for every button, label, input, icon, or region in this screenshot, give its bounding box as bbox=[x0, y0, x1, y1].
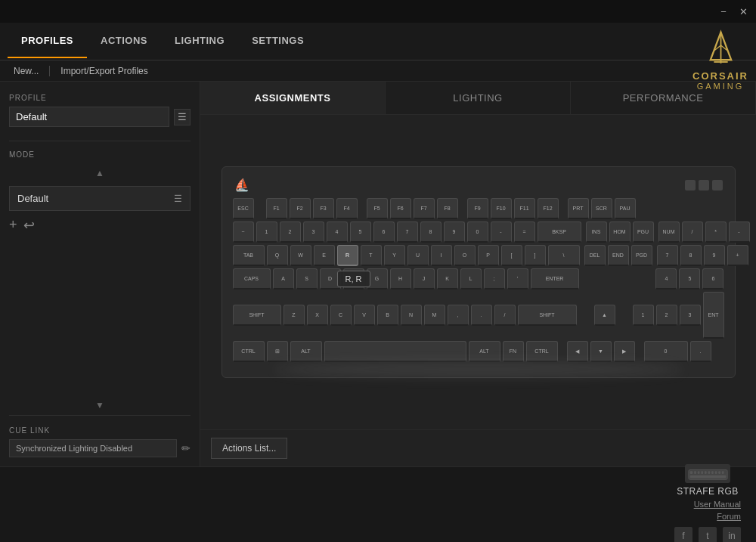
key-rbracket[interactable]: ] bbox=[525, 245, 546, 266]
key-r[interactable]: R bbox=[337, 245, 358, 266]
key-u[interactable]: U bbox=[407, 245, 429, 266]
key-num3[interactable]: 3 bbox=[680, 305, 701, 326]
import-export-button[interactable]: Import/Export Profiles bbox=[54, 63, 153, 79]
key-numenter[interactable]: ENT bbox=[703, 292, 724, 339]
key-y[interactable]: Y bbox=[384, 245, 405, 266]
key-num2[interactable]: 2 bbox=[656, 305, 677, 326]
key-f[interactable]: F R, R bbox=[343, 268, 364, 290]
key-pgup[interactable]: PGU bbox=[633, 221, 654, 243]
key-num4[interactable]: 4 bbox=[655, 268, 677, 290]
tab-profiles[interactable]: PROFILES bbox=[8, 24, 87, 58]
key-comma[interactable]: , bbox=[448, 305, 469, 326]
new-button[interactable]: New... bbox=[8, 63, 45, 79]
key-fn[interactable]: FN bbox=[503, 341, 524, 362]
key-num5[interactable]: 5 bbox=[679, 268, 700, 290]
key-b[interactable]: B bbox=[377, 305, 398, 326]
key-equals[interactable]: = bbox=[514, 221, 535, 243]
key-0[interactable]: 0 bbox=[467, 221, 488, 243]
key-f12[interactable]: F12 bbox=[538, 198, 559, 219]
key-7[interactable]: 7 bbox=[397, 221, 418, 243]
twitter-icon[interactable]: t bbox=[699, 527, 717, 542]
key-num6[interactable]: 6 bbox=[702, 268, 723, 290]
key-s[interactable]: S bbox=[296, 268, 318, 290]
key-space[interactable] bbox=[324, 341, 466, 362]
key-pgdn[interactable]: PGD bbox=[631, 245, 652, 266]
key-tab[interactable]: TAB bbox=[233, 245, 265, 266]
actions-list-button[interactable]: Actions List... bbox=[211, 438, 287, 459]
key-rctrl[interactable]: CTRL bbox=[526, 341, 558, 362]
key-f11[interactable]: F11 bbox=[514, 198, 535, 219]
key-semicolon[interactable]: ; bbox=[484, 268, 505, 290]
key-m[interactable]: M bbox=[424, 305, 445, 326]
minimize-button[interactable]: − bbox=[717, 6, 730, 17]
tab-actions[interactable]: ACTIONS bbox=[87, 24, 161, 58]
key-backtick[interactable]: ~ bbox=[233, 221, 254, 243]
key-esc[interactable]: ESC bbox=[233, 198, 254, 219]
key-numdot[interactable]: . bbox=[690, 341, 711, 362]
key-q[interactable]: Q bbox=[267, 245, 288, 266]
key-minus[interactable]: - bbox=[491, 221, 512, 243]
key-num7[interactable]: 7 bbox=[657, 245, 678, 266]
tab-lighting-panel[interactable]: LIGHTING bbox=[386, 82, 571, 114]
key-lbracket[interactable]: [ bbox=[501, 245, 522, 266]
key-t[interactable]: T bbox=[361, 245, 382, 266]
key-rightarrow[interactable]: ▶ bbox=[614, 341, 635, 362]
key-uparrow[interactable]: ▲ bbox=[594, 305, 615, 326]
close-button[interactable]: ✕ bbox=[736, 6, 750, 17]
key-f1[interactable]: F1 bbox=[266, 198, 287, 219]
key-numlock[interactable]: NUM bbox=[658, 221, 680, 243]
add-mode-btn[interactable]: + bbox=[9, 217, 17, 234]
key-lctrl[interactable]: CTRL bbox=[233, 341, 265, 362]
key-end[interactable]: END bbox=[608, 245, 629, 266]
key-l[interactable]: L bbox=[460, 268, 482, 290]
key-num9[interactable]: 9 bbox=[704, 245, 725, 266]
key-8[interactable]: 8 bbox=[420, 221, 442, 243]
key-numminus[interactable]: - bbox=[729, 221, 750, 243]
key-4[interactable]: 4 bbox=[327, 221, 348, 243]
key-num0[interactable]: 0 bbox=[644, 341, 688, 362]
key-z[interactable]: Z bbox=[284, 305, 305, 326]
key-2[interactable]: 2 bbox=[280, 221, 301, 243]
key-backspace[interactable]: BKSP bbox=[538, 221, 581, 243]
key-5[interactable]: 5 bbox=[350, 221, 371, 243]
key-f2[interactable]: F2 bbox=[290, 198, 311, 219]
tab-assignments[interactable]: ASSIGNMENTS bbox=[200, 82, 386, 114]
key-h[interactable]: H bbox=[390, 268, 411, 290]
key-quote[interactable]: ' bbox=[507, 268, 528, 290]
key-leftarrow[interactable]: ◀ bbox=[567, 341, 588, 362]
key-del[interactable]: DEL bbox=[584, 245, 606, 266]
key-ins[interactable]: INS bbox=[586, 221, 607, 243]
key-f8[interactable]: F8 bbox=[437, 198, 458, 219]
tab-lighting[interactable]: LIGHTING bbox=[161, 24, 238, 58]
forum-link[interactable]: Forum bbox=[717, 512, 741, 521]
key-lshift[interactable]: SHIFT bbox=[233, 305, 281, 326]
key-f5[interactable]: F5 bbox=[367, 198, 388, 219]
key-enter[interactable]: ENTER bbox=[531, 268, 579, 290]
user-manual-link[interactable]: User Manual bbox=[694, 500, 741, 509]
key-j[interactable]: J bbox=[414, 268, 435, 290]
profile-dropdown[interactable]: Default bbox=[9, 107, 169, 127]
key-f3[interactable]: F3 bbox=[313, 198, 334, 219]
key-numslash[interactable]: / bbox=[682, 221, 703, 243]
key-9[interactable]: 9 bbox=[444, 221, 465, 243]
key-scrlk[interactable]: SCR bbox=[591, 198, 612, 219]
key-3[interactable]: 3 bbox=[303, 221, 324, 243]
key-d[interactable]: D bbox=[320, 268, 341, 290]
key-slash[interactable]: / bbox=[494, 305, 516, 326]
key-numstar[interactable]: * bbox=[705, 221, 727, 243]
key-e[interactable]: E bbox=[314, 245, 335, 266]
key-6[interactable]: 6 bbox=[373, 221, 395, 243]
key-f6[interactable]: F6 bbox=[390, 198, 411, 219]
key-f9[interactable]: F9 bbox=[467, 198, 488, 219]
cue-link-dropdown[interactable]: Synchronized Lighting Disabled bbox=[9, 439, 177, 457]
key-prtsc[interactable]: PRT bbox=[568, 198, 589, 219]
key-p[interactable]: P bbox=[478, 245, 499, 266]
key-n[interactable]: N bbox=[401, 305, 422, 326]
key-f10[interactable]: F10 bbox=[491, 198, 512, 219]
key-i[interactable]: I bbox=[431, 245, 452, 266]
key-ralt[interactable]: ALT bbox=[469, 341, 500, 362]
key-rshift[interactable]: SHIFT bbox=[518, 305, 577, 326]
delete-mode-btn[interactable]: ↩ bbox=[23, 217, 35, 234]
key-backslash[interactable]: \ bbox=[548, 245, 580, 266]
mode-item[interactable]: Default ☰ bbox=[9, 186, 191, 211]
